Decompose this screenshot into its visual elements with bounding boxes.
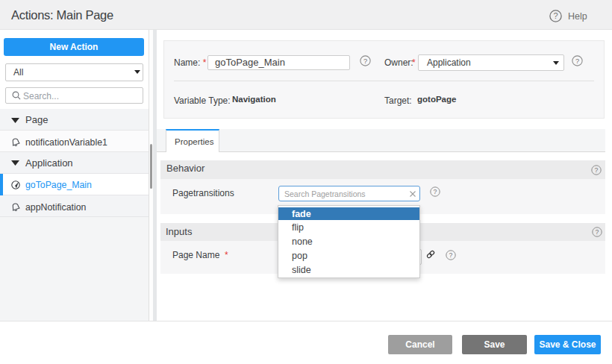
svg-text:?: ? — [434, 188, 437, 195]
svg-text:?: ? — [596, 228, 599, 236]
svg-text:?: ? — [363, 57, 367, 65]
svg-text:?: ? — [575, 57, 579, 65]
svg-text:?: ? — [594, 166, 598, 174]
svg-text:?: ? — [449, 251, 453, 259]
svg-text:?: ? — [553, 11, 558, 20]
